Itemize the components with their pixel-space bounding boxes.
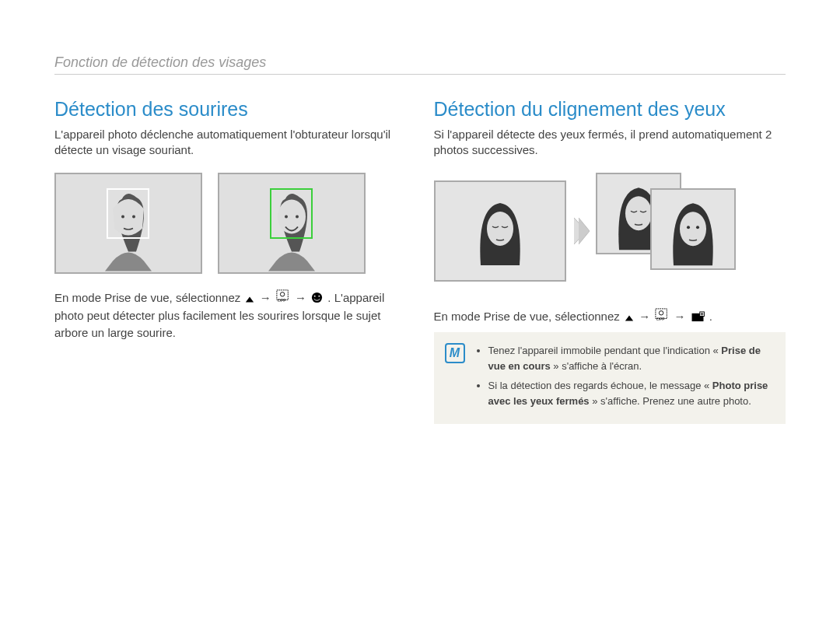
arrow-icon: → [260,291,271,304]
face-detect-box [107,188,149,239]
smile-photo-row [54,173,407,274]
blink-title: Détection du clignement des yeux [434,98,786,121]
face-off-icon [276,289,290,308]
text: » s'affiche. Prenez une autre photo. [590,395,751,407]
text: . [709,310,712,323]
text: En mode Prise de vue, sélectionnez [434,310,623,323]
arrow-icon: → [674,310,686,323]
burst-photos [596,173,751,289]
arrow-icon: → [295,291,306,304]
text: » s'affiche à l'écran. [551,360,642,372]
arrow-icon: → [639,310,650,323]
smile-detection-section: Détection des sourires L'appareil photo … [54,98,407,424]
text: En mode Prise de vue, sélectionnez [54,291,243,304]
burst-photo-2 [650,188,736,270]
photo-smiling-face [218,173,366,274]
face-off-icon [655,308,669,327]
blink-detection-section: Détection du clignement des yeux Si l'ap… [434,98,786,424]
note-icon: M [445,343,465,363]
photo-neutral-face [54,173,202,274]
smile-intro: L'appareil photo déclenche automatiqueme… [54,127,407,159]
blink-intro: Si l'appareil détecte des yeux fermés, i… [434,127,786,159]
text: Tenez l'appareil immobile pendant que l'… [488,345,722,356]
up-triangle-icon [245,291,254,308]
smile-instructions: En mode Prise de vue, sélectionnez → → .… [54,289,407,342]
note-box: M Tenez l'appareil immobile pendant que … [434,332,786,424]
blink-mode-icon [691,310,705,327]
note-item: Si la détection des regards échoue, le m… [488,378,774,408]
note-list: Tenez l'appareil immobile pendant que l'… [476,343,774,413]
blink-instructions: En mode Prise de vue, sélectionnez → → . [434,308,786,327]
photo-eyes-closed [434,180,566,282]
page-header: Fonction de détection des visages [54,54,786,75]
note-item: Tenez l'appareil immobile pendant que l'… [488,343,774,373]
up-triangle-icon [625,310,634,327]
arrow-right-icon [572,216,590,246]
smile-title: Détection des sourires [54,98,407,121]
text: Si la détection des regards échoue, le m… [488,380,712,391]
blink-photo-row [434,173,786,289]
content-columns: Détection des sourires L'appareil photo … [54,98,786,424]
smile-face-icon [311,291,323,308]
face-detect-box-active [270,188,313,239]
